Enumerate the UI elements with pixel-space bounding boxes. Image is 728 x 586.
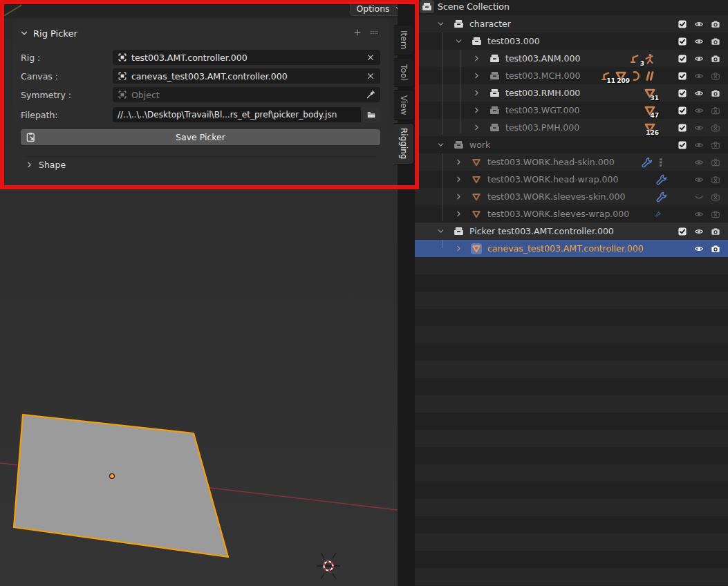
hide-eye-toggle[interactable] (691, 123, 707, 133)
panel-header[interactable]: Rig Picker (19, 26, 77, 40)
expand-chevron[interactable] (449, 244, 467, 253)
clear-x-icon[interactable] (366, 71, 375, 81)
object-icon (118, 90, 127, 100)
canvas-object-field[interactable]: canevas_test003.AMT.controller.000 (113, 68, 380, 84)
save-clipboard-icon (25, 131, 37, 143)
tab-item[interactable]: Item (394, 25, 414, 55)
render-camera-toggle-icon (711, 71, 720, 81)
canvas-plane-object[interactable] (14, 415, 228, 557)
outliner-row[interactable]: test003.WGT.00047 (415, 102, 728, 119)
render-camera-toggle[interactable] (707, 88, 724, 98)
expand-chevron[interactable] (431, 227, 449, 236)
exclude-checkbox[interactable] (674, 227, 691, 236)
expand-chevron[interactable] (431, 19, 449, 28)
outliner-row[interactable]: test003.WORK.head-wrap.000 (415, 171, 728, 188)
exclude-checkbox[interactable] (674, 71, 691, 81)
outliner-row[interactable]: Scene Collection (415, 0, 728, 15)
plus-icon[interactable] (353, 28, 362, 37)
curve-data-icon (629, 70, 642, 82)
chevron-down-icon (436, 227, 445, 236)
exclude-checkbox[interactable] (674, 19, 691, 29)
outliner-row[interactable]: test003.ANM.0003 (415, 50, 728, 67)
exclude-checkbox[interactable] (674, 54, 691, 64)
outliner-row[interactable]: test003.PMH.000126 (415, 119, 728, 136)
render-camera-toggle[interactable] (707, 140, 724, 150)
exclude-checkbox[interactable] (674, 88, 691, 98)
render-camera-toggle[interactable] (707, 227, 724, 236)
eyedropper-icon[interactable] (366, 90, 375, 100)
expand-chevron[interactable] (431, 140, 449, 149)
expand-chevron[interactable] (467, 88, 485, 97)
hide-eye-toggle[interactable] (691, 227, 707, 236)
expand-chevron[interactable] (467, 71, 485, 80)
tree-guide (442, 32, 442, 135)
render-camera-toggle[interactable] (707, 192, 724, 202)
render-camera-toggle[interactable] (707, 244, 724, 254)
outliner-empty-row (415, 326, 728, 343)
hide-eye-toggle[interactable] (691, 37, 707, 46)
hide-eye-toggle-icon (694, 19, 704, 29)
hide-eye-toggle[interactable] (691, 106, 707, 115)
panel-title: Rig Picker (33, 28, 77, 39)
outliner-row[interactable]: test003.MCH.00011209 (415, 67, 728, 84)
render-camera-toggle[interactable] (707, 175, 724, 185)
render-camera-toggle[interactable] (707, 71, 724, 81)
hide-eye-toggle-icon (694, 192, 704, 202)
exclude-checkbox[interactable] (674, 37, 691, 46)
expand-chevron[interactable] (449, 37, 467, 46)
tab-tool[interactable]: Tool (394, 58, 414, 87)
render-camera-toggle[interactable] (707, 158, 724, 167)
hide-eye-toggle[interactable] (691, 158, 707, 167)
hide-eye-toggle-icon (694, 123, 704, 133)
outliner-row[interactable]: work (415, 136, 728, 153)
hide-eye-toggle[interactable] (691, 140, 707, 150)
outliner-row[interactable]: test003.000 (415, 32, 728, 50)
expand-chevron[interactable] (467, 123, 485, 132)
hide-eye-toggle[interactable] (691, 244, 707, 254)
clear-x-icon[interactable] (366, 53, 375, 62)
expand-chevron[interactable] (449, 158, 467, 167)
exclude-checkbox[interactable] (674, 140, 691, 150)
visibility-toggles (674, 71, 724, 81)
outliner-row-selected[interactable]: canevas_test003.AMT.controller.000 (415, 240, 728, 257)
hide-eye-toggle[interactable] (691, 71, 707, 81)
tab-view[interactable]: View (394, 90, 414, 120)
expand-chevron[interactable] (449, 209, 467, 218)
filepath-field[interactable]: //..\..\..\Desktop\Travail\Bl...rs_et_pr… (113, 107, 361, 122)
outliner-row[interactable]: character (415, 15, 728, 32)
hide-eye-toggle[interactable] (691, 175, 707, 185)
expand-chevron[interactable] (449, 175, 467, 184)
tab-rigging[interactable]: Rigging (394, 123, 414, 164)
outliner-row[interactable]: test003.WORK.head-skin.000 (415, 153, 728, 171)
outliner-row[interactable]: test003.RMH.00031 (415, 84, 728, 102)
data-dots-icon (655, 156, 667, 169)
render-camera-toggle[interactable] (707, 209, 724, 219)
hide-eye-toggle[interactable] (691, 209, 707, 219)
folder-icon (366, 110, 376, 120)
render-camera-toggle[interactable] (707, 54, 724, 64)
expand-chevron[interactable] (449, 192, 467, 201)
rig-object-field[interactable]: test003.AMT.controller.000 (113, 50, 380, 65)
hide-eye-toggle[interactable] (691, 19, 707, 29)
data-icon-cluster: 3 (629, 53, 656, 65)
expand-chevron[interactable] (467, 106, 485, 115)
outliner-row[interactable]: test003.WORK.sleeves-wrap.000 (415, 205, 728, 223)
3d-viewport[interactable]: Options Rig Picker Rig : test003.AMT.con… (0, 0, 398, 586)
hide-eye-toggle[interactable] (691, 88, 707, 98)
expand-chevron[interactable] (467, 54, 485, 63)
render-camera-toggle[interactable] (707, 19, 724, 29)
render-camera-toggle[interactable] (707, 106, 724, 115)
render-camera-toggle[interactable] (707, 123, 724, 133)
render-camera-toggle[interactable] (707, 37, 724, 46)
shape-subpanel-header[interactable]: Shape (25, 156, 376, 173)
hide-eye-toggle[interactable] (691, 54, 707, 64)
hide-eye-toggle[interactable] (691, 192, 707, 202)
symmetry-object-field[interactable]: Object (113, 87, 380, 102)
grip-dots-icon[interactable] (369, 28, 379, 37)
exclude-checkbox[interactable] (674, 106, 691, 115)
browse-folder-button[interactable] (362, 107, 380, 122)
outliner-row[interactable]: Picker test003.AMT.controller.000 (415, 223, 728, 240)
outliner-row[interactable]: test003.WORK.sleeves-skin.000 (415, 188, 728, 205)
save-picker-button[interactable]: Save Picker (21, 129, 380, 145)
exclude-checkbox[interactable] (674, 123, 691, 133)
